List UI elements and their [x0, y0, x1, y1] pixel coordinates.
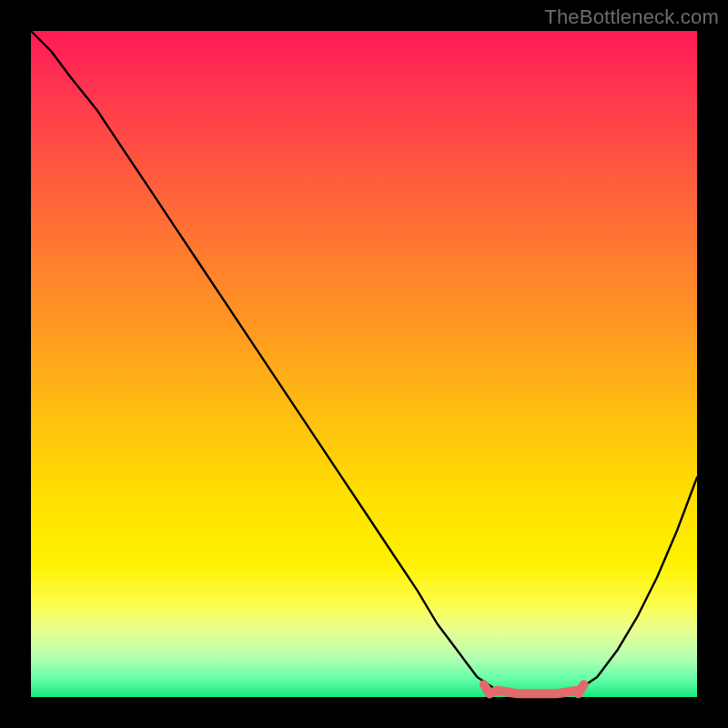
- chart-frame: TheBottleneck.com: [0, 0, 728, 728]
- bottleneck-curve: [31, 31, 697, 697]
- plot-area: [31, 31, 697, 697]
- curve-svg: [31, 31, 697, 697]
- valley-highlight: [484, 684, 584, 693]
- watermark-text: TheBottleneck.com: [544, 5, 719, 29]
